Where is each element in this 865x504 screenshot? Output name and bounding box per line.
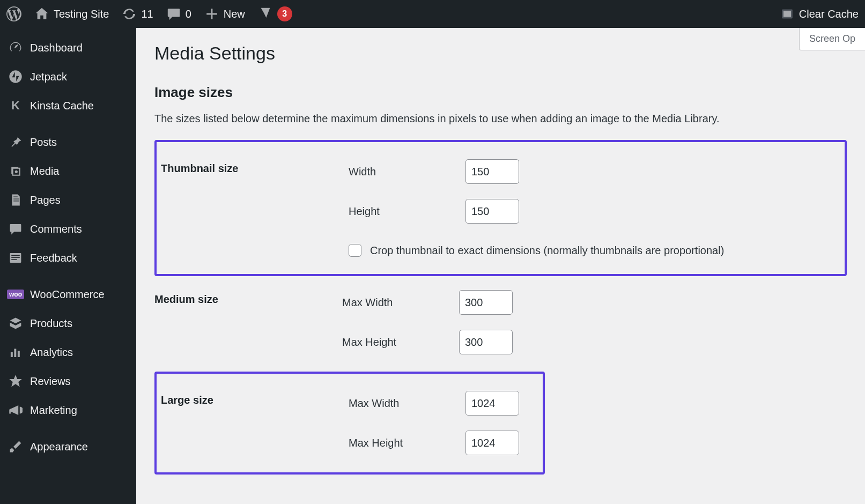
yoast-badge: 3: [277, 6, 292, 21]
sidebar-item-reviews[interactable]: Reviews: [0, 367, 136, 396]
thumbnail-highlight-box: Thumbnail size Width Height: [154, 140, 847, 276]
sidebar-item-products[interactable]: Products: [0, 309, 136, 338]
sidebar-item-label: Media: [30, 165, 59, 177]
section-description: The sizes listed below determine the max…: [154, 113, 847, 125]
sidebar-item-jetpack[interactable]: Jetpack: [0, 62, 136, 91]
thumbnail-heading: Thumbnail size: [161, 152, 343, 191]
wordpress-icon: [6, 6, 21, 21]
medium-max-width-label: Max Width: [342, 297, 449, 309]
sidebar-item-label: Reviews: [30, 375, 71, 388]
refresh-icon: [122, 6, 137, 21]
sidebar-item-pages[interactable]: Pages: [0, 186, 136, 214]
sidebar-item-label: Kinsta Cache: [30, 100, 94, 112]
sidebar-item-label: Products: [30, 317, 72, 330]
sidebar-item-media[interactable]: Media: [0, 157, 136, 186]
sidebar-item-label: Posts: [30, 136, 57, 149]
large-heading: Large size: [161, 383, 343, 423]
large-max-width-label: Max Width: [349, 397, 456, 410]
cache-icon: [780, 6, 795, 21]
plus-icon: [204, 6, 219, 21]
sidebar-item-label: Appearance: [30, 441, 88, 453]
thumbnail-crop-checkbox[interactable]: [349, 244, 361, 257]
site-name-label: Testing Site: [54, 8, 109, 20]
sidebar-item-kinsta[interactable]: K Kinsta Cache: [0, 91, 136, 120]
medium-heading: Medium size: [154, 283, 337, 322]
woocommerce-icon: woo: [9, 287, 23, 301]
site-name-item[interactable]: Testing Site: [28, 0, 115, 28]
thumbnail-width-label: Width: [349, 166, 456, 178]
updates-count: 11: [141, 8, 153, 20]
pin-icon: [9, 135, 23, 149]
large-max-height-input[interactable]: [465, 431, 519, 455]
kinsta-icon: K: [9, 99, 23, 113]
medium-max-width-input[interactable]: [459, 290, 513, 315]
thumbnail-width-input[interactable]: [465, 159, 519, 184]
admin-sidebar: Dashboard Jetpack K Kinsta Cache Posts M…: [0, 28, 136, 504]
dashboard-icon: [9, 41, 23, 55]
new-item[interactable]: New: [198, 0, 252, 28]
sidebar-item-label: Pages: [30, 194, 61, 206]
yoast-icon: [258, 6, 273, 21]
page-title: Media Settings: [154, 43, 847, 64]
large-highlight-box: Large size Max Width Max Height: [154, 372, 545, 475]
svg-rect-1: [783, 11, 791, 17]
thumbnail-height-label: Height: [349, 205, 456, 218]
updates-item[interactable]: 11: [115, 0, 159, 28]
sidebar-item-label: WooCommerce: [30, 288, 105, 301]
admin-bar: Testing Site 11 0 New 3 Clear Cache: [0, 0, 865, 28]
feedback-icon: [9, 251, 23, 265]
svg-point-3: [15, 171, 18, 173]
products-icon: [9, 316, 23, 330]
analytics-icon: [9, 345, 23, 359]
sidebar-item-label: Analytics: [30, 346, 73, 359]
comment-icon: [9, 222, 23, 236]
clear-cache-item[interactable]: Clear Cache: [773, 0, 865, 28]
yoast-item[interactable]: 3: [252, 0, 299, 28]
jetpack-icon: [9, 70, 23, 84]
section-title: Image sizes: [154, 84, 847, 101]
screen-options-label: Screen Op: [809, 33, 855, 44]
medium-max-height-input[interactable]: [459, 330, 513, 354]
svg-point-2: [9, 70, 21, 83]
large-max-height-label: Max Height: [349, 437, 456, 449]
sidebar-item-label: Comments: [30, 223, 82, 235]
home-icon: [34, 6, 49, 21]
brush-icon: [9, 440, 23, 454]
new-label: New: [224, 8, 245, 20]
sidebar-item-label: Feedback: [30, 252, 77, 264]
sidebar-item-woocommerce[interactable]: woo WooCommerce: [0, 280, 136, 309]
clear-cache-label: Clear Cache: [799, 8, 859, 20]
comments-item[interactable]: 0: [160, 0, 198, 28]
sidebar-item-posts[interactable]: Posts: [0, 128, 136, 157]
medium-max-height-label: Max Height: [342, 336, 449, 349]
megaphone-icon: [9, 403, 23, 417]
large-max-width-input[interactable]: [465, 391, 519, 416]
sidebar-item-label: Marketing: [30, 404, 77, 417]
wp-logo[interactable]: [0, 0, 28, 28]
sidebar-item-label: Dashboard: [30, 42, 83, 54]
sidebar-item-comments[interactable]: Comments: [0, 214, 136, 243]
sidebar-item-label: Jetpack: [30, 71, 67, 83]
comments-count: 0: [186, 8, 191, 20]
media-icon: [9, 164, 23, 178]
pages-icon: [9, 193, 23, 207]
content-area: Screen Op Media Settings Image sizes The…: [136, 28, 865, 496]
sidebar-item-marketing[interactable]: Marketing: [0, 396, 136, 425]
screen-options-tab[interactable]: Screen Op: [799, 28, 865, 50]
star-icon: [9, 374, 23, 388]
sidebar-item-appearance[interactable]: Appearance: [0, 432, 136, 461]
sidebar-item-analytics[interactable]: Analytics: [0, 338, 136, 367]
sidebar-item-dashboard[interactable]: Dashboard: [0, 33, 136, 62]
thumbnail-crop-label: Crop thumbnail to exact dimensions (norm…: [370, 244, 724, 257]
sidebar-item-feedback[interactable]: Feedback: [0, 243, 136, 272]
comment-icon: [166, 6, 181, 21]
thumbnail-height-input[interactable]: [465, 199, 519, 224]
